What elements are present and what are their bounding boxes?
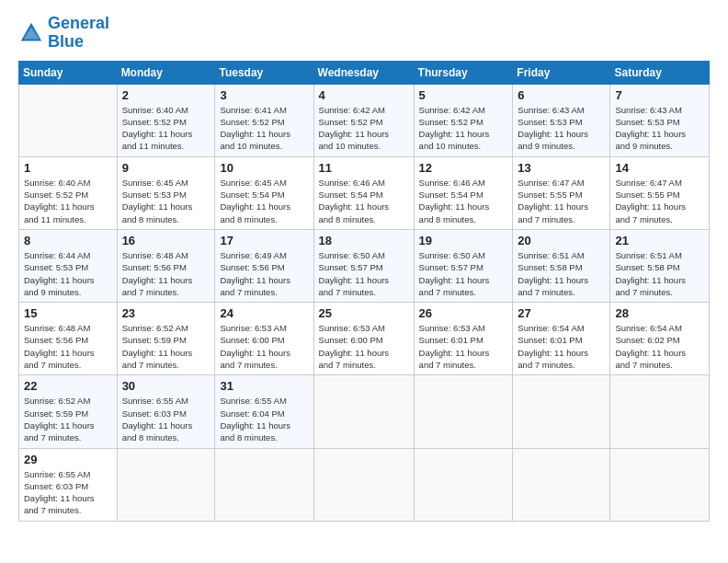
day-number: 24 <box>220 306 308 320</box>
calendar-cell: 10Sunrise: 6:45 AMSunset: 5:54 PMDayligh… <box>215 156 313 229</box>
calendar-cell: 22Sunrise: 6:52 AMSunset: 5:59 PMDayligh… <box>19 375 118 448</box>
calendar-cell <box>215 448 313 521</box>
calendar-cell: 26Sunrise: 6:53 AMSunset: 6:01 PMDayligh… <box>414 303 513 375</box>
calendar-cell: 6Sunrise: 6:43 AMSunset: 5:53 PMDaylight… <box>513 84 610 156</box>
day-number: 2 <box>122 88 210 102</box>
calendar-cell: 29Sunrise: 6:55 AMSunset: 6:03 PMDayligh… <box>19 448 118 521</box>
calendar-cell <box>414 448 513 521</box>
calendar-cell: 20Sunrise: 6:51 AMSunset: 5:58 PMDayligh… <box>513 229 610 302</box>
day-header-monday: Monday <box>117 61 215 84</box>
day-info: Sunrise: 6:54 AMSunset: 6:01 PMDaylight:… <box>518 322 605 371</box>
day-number: 31 <box>220 379 308 393</box>
calendar-cell <box>414 375 513 448</box>
day-info: Sunrise: 6:48 AMSunset: 5:56 PMDaylight:… <box>122 249 210 298</box>
header-row: SundayMondayTuesdayWednesdayThursdayFrid… <box>19 61 710 84</box>
day-number: 14 <box>615 161 704 175</box>
calendar-cell: 15Sunrise: 6:48 AMSunset: 5:56 PMDayligh… <box>19 303 118 375</box>
day-number: 17 <box>220 234 308 247</box>
day-number: 27 <box>518 306 605 320</box>
day-info: Sunrise: 6:43 AMSunset: 5:53 PMDaylight:… <box>518 104 605 153</box>
calendar-cell: 9Sunrise: 6:45 AMSunset: 5:53 PMDaylight… <box>117 156 215 229</box>
calendar-cell: 16Sunrise: 6:48 AMSunset: 5:56 PMDayligh… <box>117 229 215 302</box>
day-number: 30 <box>122 379 210 393</box>
day-info: Sunrise: 6:47 AMSunset: 5:55 PMDaylight:… <box>615 177 704 225</box>
day-info: Sunrise: 6:49 AMSunset: 5:56 PMDaylight:… <box>220 249 308 298</box>
calendar-cell: 5Sunrise: 6:42 AMSunset: 5:52 PMDaylight… <box>414 84 513 156</box>
day-number: 26 <box>419 306 508 320</box>
calendar-cell: 18Sunrise: 6:50 AMSunset: 5:57 PMDayligh… <box>313 229 414 302</box>
day-number: 11 <box>319 161 409 175</box>
day-info: Sunrise: 6:45 AMSunset: 5:54 PMDaylight:… <box>220 177 308 225</box>
day-info: Sunrise: 6:43 AMSunset: 5:53 PMDaylight:… <box>615 104 704 153</box>
day-number: 19 <box>419 234 508 247</box>
logo-text: General Blue <box>48 15 109 52</box>
day-number: 5 <box>419 88 508 102</box>
day-info: Sunrise: 6:51 AMSunset: 5:58 PMDaylight:… <box>615 249 704 298</box>
calendar-cell: 4Sunrise: 6:42 AMSunset: 5:52 PMDaylight… <box>313 84 414 156</box>
calendar-cell <box>610 448 710 521</box>
calendar-cell: 2Sunrise: 6:40 AMSunset: 5:52 PMDaylight… <box>117 84 215 156</box>
day-info: Sunrise: 6:53 AMSunset: 6:00 PMDaylight:… <box>319 322 409 371</box>
day-info: Sunrise: 6:50 AMSunset: 5:57 PMDaylight:… <box>419 249 508 298</box>
calendar-cell: 1Sunrise: 6:40 AMSunset: 5:52 PMDaylight… <box>19 156 118 229</box>
day-number: 12 <box>419 161 508 175</box>
day-number: 13 <box>518 161 605 175</box>
calendar-cell: 3Sunrise: 6:41 AMSunset: 5:52 PMDaylight… <box>215 84 313 156</box>
calendar-cell: 21Sunrise: 6:51 AMSunset: 5:58 PMDayligh… <box>610 229 710 302</box>
logo-icon <box>18 20 44 46</box>
day-number: 1 <box>24 161 112 175</box>
calendar-cell: 12Sunrise: 6:46 AMSunset: 5:54 PMDayligh… <box>414 156 513 229</box>
week-row-4: 22Sunrise: 6:52 AMSunset: 5:59 PMDayligh… <box>19 375 710 448</box>
day-info: Sunrise: 6:46 AMSunset: 5:54 PMDaylight:… <box>419 177 508 225</box>
day-header-wednesday: Wednesday <box>313 61 414 84</box>
day-number: 15 <box>24 306 112 320</box>
calendar-cell <box>19 84 118 156</box>
day-header-thursday: Thursday <box>414 61 513 84</box>
page: General Blue SundayMondayTuesdayWednesda… <box>0 0 728 563</box>
calendar-cell: 25Sunrise: 6:53 AMSunset: 6:00 PMDayligh… <box>313 303 414 375</box>
week-row-3: 15Sunrise: 6:48 AMSunset: 5:56 PMDayligh… <box>19 303 710 375</box>
day-number: 22 <box>24 379 112 393</box>
calendar-cell <box>610 375 710 448</box>
header: General Blue <box>18 15 710 52</box>
day-number: 25 <box>319 306 409 320</box>
calendar-cell: 17Sunrise: 6:49 AMSunset: 5:56 PMDayligh… <box>215 229 313 302</box>
calendar-cell: 24Sunrise: 6:53 AMSunset: 6:00 PMDayligh… <box>215 303 313 375</box>
day-info: Sunrise: 6:50 AMSunset: 5:57 PMDaylight:… <box>319 249 409 298</box>
calendar-cell: 11Sunrise: 6:46 AMSunset: 5:54 PMDayligh… <box>313 156 414 229</box>
calendar-cell: 8Sunrise: 6:44 AMSunset: 5:53 PMDaylight… <box>19 229 118 302</box>
day-info: Sunrise: 6:52 AMSunset: 5:59 PMDaylight:… <box>24 395 112 443</box>
day-number: 4 <box>319 88 409 102</box>
day-info: Sunrise: 6:46 AMSunset: 5:54 PMDaylight:… <box>319 177 409 225</box>
day-header-tuesday: Tuesday <box>215 61 313 84</box>
day-number: 9 <box>122 161 210 175</box>
calendar-cell: 31Sunrise: 6:55 AMSunset: 6:04 PMDayligh… <box>215 375 313 448</box>
calendar-cell: 7Sunrise: 6:43 AMSunset: 5:53 PMDaylight… <box>610 84 710 156</box>
calendar-cell: 13Sunrise: 6:47 AMSunset: 5:55 PMDayligh… <box>513 156 610 229</box>
day-number: 20 <box>518 234 605 247</box>
day-number: 8 <box>24 234 112 247</box>
day-number: 3 <box>220 88 308 102</box>
day-number: 7 <box>615 88 704 102</box>
calendar-cell <box>513 375 610 448</box>
day-info: Sunrise: 6:42 AMSunset: 5:52 PMDaylight:… <box>319 104 409 153</box>
calendar-cell: 28Sunrise: 6:54 AMSunset: 6:02 PMDayligh… <box>610 303 710 375</box>
day-header-friday: Friday <box>513 61 610 84</box>
calendar-cell <box>117 448 215 521</box>
logo: General Blue <box>18 15 109 52</box>
day-info: Sunrise: 6:51 AMSunset: 5:58 PMDaylight:… <box>518 249 605 298</box>
calendar-cell: 19Sunrise: 6:50 AMSunset: 5:57 PMDayligh… <box>414 229 513 302</box>
day-info: Sunrise: 6:45 AMSunset: 5:53 PMDaylight:… <box>122 177 210 225</box>
day-number: 21 <box>615 234 704 247</box>
calendar-cell <box>513 448 610 521</box>
day-info: Sunrise: 6:55 AMSunset: 6:03 PMDaylight:… <box>122 395 210 443</box>
day-number: 10 <box>220 161 308 175</box>
day-info: Sunrise: 6:55 AMSunset: 6:04 PMDaylight:… <box>220 395 308 443</box>
day-info: Sunrise: 6:54 AMSunset: 6:02 PMDaylight:… <box>615 322 704 371</box>
calendar-cell: 14Sunrise: 6:47 AMSunset: 5:55 PMDayligh… <box>610 156 710 229</box>
day-info: Sunrise: 6:40 AMSunset: 5:52 PMDaylight:… <box>24 177 112 225</box>
day-number: 6 <box>518 88 605 102</box>
day-info: Sunrise: 6:48 AMSunset: 5:56 PMDaylight:… <box>24 322 112 371</box>
week-row-0: 2Sunrise: 6:40 AMSunset: 5:52 PMDaylight… <box>19 84 710 156</box>
day-number: 28 <box>615 306 704 320</box>
